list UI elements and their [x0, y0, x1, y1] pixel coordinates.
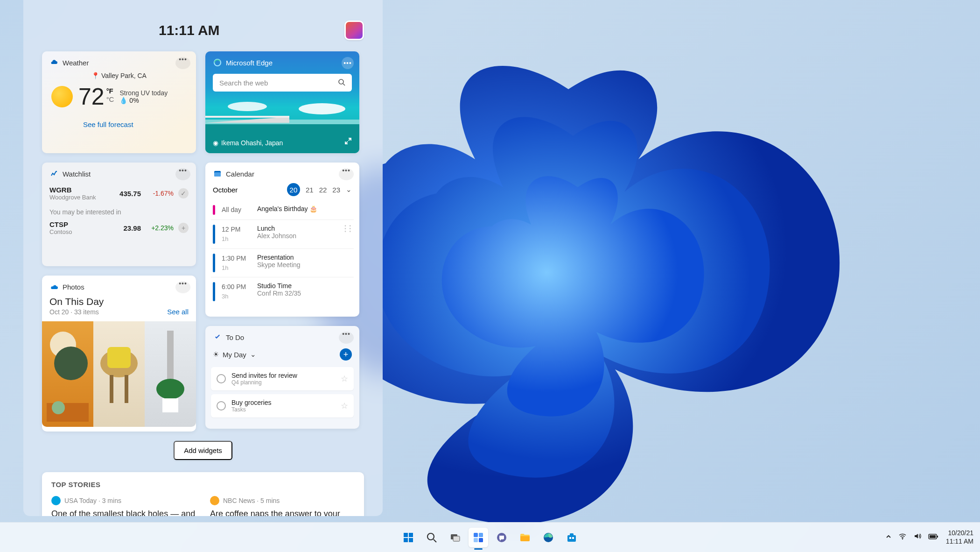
svg-rect-20 — [214, 172, 221, 177]
news-source-icon — [210, 496, 219, 505]
todo-widget[interactable]: To Do ••• ☀ My Day ⌄ + Send invites for … — [205, 326, 359, 429]
svg-rect-29 — [474, 533, 478, 537]
todo-title: To Do — [226, 333, 244, 341]
svg-rect-38 — [572, 537, 574, 539]
calendar-event[interactable]: 1:30 PM1h PresentationSkype Meeting — [211, 248, 354, 277]
watchlist-icon — [49, 169, 59, 178]
store-button[interactable] — [562, 528, 581, 547]
sun-icon — [51, 86, 73, 107]
widgets-button[interactable] — [469, 528, 488, 547]
location-pin-icon: 📍 — [91, 72, 99, 79]
todo-task[interactable]: Buy groceriesTasks ☆ — [211, 394, 354, 418]
calendar-day[interactable]: 20 — [287, 183, 300, 196]
search-icon — [338, 78, 345, 87]
file-explorer-button[interactable] — [515, 528, 535, 547]
photo-thumb[interactable] — [42, 321, 93, 427]
svg-rect-8 — [167, 331, 174, 382]
add-task-button[interactable]: + — [340, 348, 352, 361]
chevron-down-icon[interactable]: ⌄ — [346, 185, 352, 194]
photos-title: Photos — [63, 283, 84, 291]
calendar-event[interactable]: 6:00 PM3h Studio TimeConf Rm 32/35 — [211, 277, 354, 306]
taskbar: 10/20/21 11:11 AM — [0, 522, 980, 552]
todo-more-button[interactable]: ••• — [339, 332, 354, 344]
todo-task[interactable]: Send invites for reviewQ4 planning ☆ — [211, 367, 354, 390]
unit-f[interactable]: °F — [106, 87, 114, 95]
battery-icon[interactable] — [928, 533, 938, 542]
svg-rect-10 — [162, 398, 178, 412]
sun-small-icon: ☀ — [213, 350, 219, 359]
calendar-day[interactable]: 22 — [319, 186, 327, 194]
news-story[interactable]: USA Today · 3 mins One of the smallest b… — [51, 496, 196, 516]
watchlist-more-button[interactable]: ••• — [175, 168, 190, 180]
volume-icon[interactable] — [913, 532, 922, 543]
start-button[interactable] — [399, 528, 418, 547]
todo-icon — [213, 333, 222, 342]
watchlist-widget[interactable]: Watchlist ••• WGRB Woodgrove Bank 435.75… — [42, 163, 196, 266]
edge-search-input[interactable]: Search the web — [213, 74, 352, 92]
svg-rect-5 — [107, 347, 131, 368]
todo-list-name[interactable]: My Day — [223, 351, 246, 359]
calendar-event[interactable]: All day Angela's Birthday 🎂 — [211, 200, 354, 219]
task-view-button[interactable] — [445, 528, 465, 547]
edge-widget[interactable]: Microsoft Edge ••• Search the web — [205, 51, 359, 153]
expand-icon[interactable] — [344, 137, 352, 147]
see-forecast-link[interactable]: See full forecast — [83, 110, 196, 128]
news-source-icon — [51, 496, 61, 505]
panel-clock: 11:11 AM — [159, 22, 220, 38]
photos-more-button[interactable]: ••• — [175, 281, 190, 293]
user-avatar[interactable] — [344, 21, 364, 40]
search-button[interactable] — [422, 528, 441, 547]
svg-rect-24 — [409, 538, 413, 542]
svg-point-17 — [299, 103, 345, 114]
chat-button[interactable] — [492, 528, 511, 547]
weather-widget[interactable]: Weather ••• 📍 Valley Park, CA 72 °F °C — [42, 51, 196, 153]
task-complete-ring[interactable] — [217, 374, 226, 383]
svg-rect-32 — [479, 538, 483, 542]
add-widgets-button[interactable]: Add widgets — [174, 441, 232, 460]
svg-point-3 — [52, 401, 65, 414]
stock-row[interactable]: WGRB Woodgrove Bank 435.75 -1.67% ✓ — [49, 183, 189, 204]
svg-point-1 — [54, 347, 88, 380]
tray-chevron-icon[interactable] — [885, 533, 892, 542]
taskbar-clock[interactable]: 10/20/21 11:11 AM — [946, 529, 973, 545]
wifi-icon[interactable] — [898, 532, 907, 543]
star-icon[interactable]: ☆ — [341, 401, 348, 411]
calendar-day[interactable]: 21 — [306, 186, 314, 194]
edge-more-button[interactable]: ••• — [342, 57, 354, 69]
stock-check-icon[interactable]: ✓ — [178, 188, 189, 198]
calendar-month: October — [213, 186, 238, 194]
edge-taskbar-button[interactable] — [539, 528, 558, 547]
svg-rect-37 — [569, 537, 571, 539]
photos-see-all-link[interactable]: See all — [167, 308, 189, 316]
calendar-widget[interactable]: Calendar ••• October 20 21 22 23 ⌄ All d… — [205, 163, 359, 317]
svg-rect-6 — [110, 375, 113, 403]
calendar-icon — [213, 169, 222, 178]
photo-thumb[interactable] — [93, 321, 145, 427]
calendar-day[interactable]: 23 — [332, 186, 340, 194]
task-complete-ring[interactable] — [217, 401, 226, 410]
unit-c[interactable]: °C — [106, 95, 114, 104]
photos-widget[interactable]: Photos ••• On This Day Oct 20 · 33 items… — [42, 276, 196, 432]
weather-more-button[interactable]: ••• — [175, 57, 190, 69]
photo-thumb[interactable] — [145, 321, 196, 427]
weather-icon — [49, 58, 59, 67]
news-story[interactable]: NBC News · 5 mins Are coffee naps the an… — [210, 496, 355, 516]
stock-add-icon[interactable]: + — [178, 223, 189, 233]
photo-strip[interactable] — [42, 321, 196, 427]
svg-rect-35 — [567, 535, 576, 542]
star-icon[interactable]: ☆ — [341, 374, 348, 384]
weather-condition: Strong UV today — [119, 89, 168, 97]
calendar-event[interactable]: 12 PM1h LunchAlex Johnson • •• •• • — [211, 219, 354, 248]
calendar-title: Calendar — [226, 170, 254, 178]
svg-rect-28 — [453, 536, 460, 541]
svg-point-18 — [228, 102, 267, 111]
svg-rect-22 — [409, 533, 413, 537]
svg-rect-31 — [474, 538, 478, 542]
svg-line-13 — [343, 84, 345, 85]
calendar-more-button[interactable]: ••• — [339, 168, 354, 180]
chevron-down-icon[interactable]: ⌄ — [250, 350, 256, 359]
stock-row[interactable]: CTSP Contoso 23.98 +2.23% + — [49, 218, 189, 238]
widgets-panel: 11:11 AM Weather ••• 📍 Valley Park, CA — [23, 0, 383, 516]
svg-point-25 — [427, 533, 434, 540]
svg-rect-23 — [404, 538, 408, 542]
